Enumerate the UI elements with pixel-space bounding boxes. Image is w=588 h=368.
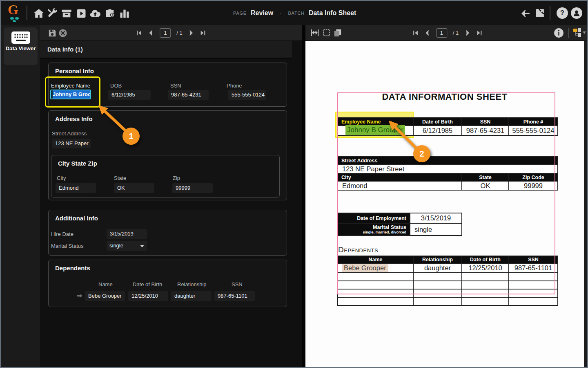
open-external-icon[interactable]	[535, 8, 545, 18]
toolbar-divider	[568, 28, 569, 38]
doc-dep-empty-cell	[338, 297, 413, 305]
first-page-icon[interactable]	[136, 30, 142, 36]
save-icon[interactable]	[48, 29, 57, 38]
marital-status-select[interactable]: single	[107, 241, 147, 251]
first-page-icon[interactable]	[412, 30, 419, 36]
form-pager: 1 / 1	[136, 25, 206, 41]
next-page-icon[interactable]	[188, 30, 194, 36]
close-icon[interactable]	[58, 29, 67, 38]
account-icon[interactable]	[571, 7, 582, 19]
panel-divider[interactable]	[302, 25, 305, 368]
doc-td-phone: 555-555-0124	[509, 126, 558, 135]
dependents-col-dob: Date of Birth	[133, 281, 162, 287]
doc-dep-empty-cell	[413, 273, 462, 281]
breadcrumb-separator: ·	[277, 10, 284, 16]
employee-name-label: Employee Name	[51, 83, 90, 89]
city-field[interactable]: Edmond	[56, 183, 96, 193]
batches-icon[interactable]	[61, 8, 72, 19]
data-viewer-panel: 1 / 1 Data Info (1) Personal Info Employ…	[40, 25, 302, 368]
keyboard-icon	[11, 31, 30, 44]
doc-th-state: State	[462, 173, 509, 181]
doc-th-employment-date: Date of Employment	[338, 213, 410, 223]
help-icon[interactable]: ?	[557, 7, 568, 19]
upload-icon[interactable]	[89, 8, 101, 19]
tools-icon[interactable]	[47, 8, 58, 19]
doc-dep-empty-cell	[509, 281, 558, 289]
doc-dep-empty-cell	[509, 297, 558, 305]
doc-dep-td-relationship: daughter	[413, 263, 462, 273]
doc-th-marital-status: Marital Status single, married, divorced	[338, 223, 410, 236]
doc-dep-empty-cell	[413, 281, 462, 289]
stats-icon[interactable]	[119, 8, 130, 19]
marital-status-label: Marital Status	[51, 243, 83, 249]
doc-th-employee-name: Employee Name	[338, 118, 413, 126]
batch-value: Data Info Sheet	[309, 9, 356, 17]
last-page-icon[interactable]	[476, 30, 482, 36]
viewer-scrollbar[interactable]	[584, 41, 588, 368]
page-number-input[interactable]: 1	[436, 28, 447, 38]
home-icon[interactable]	[33, 8, 45, 19]
doc-dep-empty-cell	[462, 273, 509, 281]
dependent-name-field[interactable]: Bebe Grooper	[85, 291, 125, 301]
doc-marital-options: single, married, divorced	[338, 230, 406, 234]
phone-field[interactable]: 555-555-0124	[228, 90, 266, 100]
doc-td-state: OK	[462, 181, 509, 190]
topbar-divider	[27, 6, 27, 20]
street-address-field[interactable]: 123 NE Paper	[52, 139, 91, 148]
dependents-col-relationship: Relationship	[177, 281, 207, 287]
dependent-dob-field[interactable]: 12/25/2010	[128, 291, 168, 301]
previous-page-icon[interactable]	[424, 30, 430, 36]
ssn-field[interactable]: 987-65-4231	[168, 90, 209, 100]
employee-name-field[interactable]: Johnny B Grooper	[50, 90, 91, 99]
doc-th-ssn: SSN	[462, 118, 509, 126]
section-title: Dependents	[55, 265, 90, 272]
grooper-logo[interactable]: G	[8, 2, 24, 24]
doc-dep-empty-cell	[413, 289, 462, 297]
batch-label: BATCH	[288, 11, 304, 16]
ocr-selection-green: Johnny B Grooper	[345, 125, 405, 135]
fit-width-icon[interactable]	[310, 28, 319, 37]
page-label: PAGE	[233, 11, 247, 16]
marquee-icon[interactable]	[322, 28, 331, 37]
topbar-divider	[550, 6, 550, 20]
hire-date-field[interactable]: 3/15/2019	[107, 229, 147, 239]
document-page[interactable]: DATA INFORMATION SHEET Employee Name Dat…	[305, 41, 584, 368]
section-title: Address Info	[55, 115, 93, 122]
tree-dropdown-icon[interactable]	[572, 28, 586, 38]
doc-dependents-heading: Dependents	[338, 245, 378, 254]
grooper-review-window: G PAGE Review · BAT	[0, 0, 588, 368]
section-title: Personal Info	[55, 67, 94, 74]
doc-dep-empty-cell	[338, 281, 413, 289]
viewer-toolbar: 1 / 1	[305, 25, 588, 41]
doc-dep-td-name: Bebe Grooper	[338, 263, 413, 273]
doc-th-zip: Zip Code	[509, 173, 558, 181]
dependent-relationship-field[interactable]: daughter	[171, 291, 212, 301]
doc-dep-empty-cell	[509, 289, 558, 297]
previous-page-icon[interactable]	[148, 30, 154, 36]
page-number-input[interactable]: 1	[160, 28, 171, 38]
dob-label: DOB	[110, 83, 122, 89]
dependent-ssn-field[interactable]: 987-65-1101	[214, 291, 255, 301]
last-page-icon[interactable]	[200, 30, 206, 36]
viewer-pager: 1 / 1	[412, 25, 482, 41]
doc-dep-empty-cell	[338, 289, 413, 297]
next-page-icon[interactable]	[464, 30, 470, 36]
tasks-icon[interactable]	[76, 8, 87, 19]
sidebar-item-data-viewer[interactable]: Data Viewer	[4, 27, 38, 65]
row-selector-icon[interactable]	[77, 294, 82, 298]
page-value: Review	[251, 9, 273, 17]
zip-field[interactable]: 99999	[172, 183, 213, 193]
ocr-lasso-highlight: Bebe Grooper	[342, 264, 388, 272]
doc-title: DATA INFORMATION SHEET	[305, 92, 584, 102]
back-icon[interactable]	[520, 8, 531, 19]
pages-icon[interactable]	[333, 28, 342, 37]
document-type-header[interactable]: Data Info (1)	[40, 41, 292, 58]
doc-td-marital-status: single	[410, 223, 462, 236]
info-icon[interactable]	[554, 28, 564, 38]
section-city-state-zip: City State Zip City Edmond State OK Zip …	[51, 155, 280, 197]
state-field[interactable]: OK	[114, 183, 154, 193]
doc-th-phone: Phone #	[509, 118, 558, 126]
dob-field[interactable]: 6/12/1985	[108, 90, 151, 100]
jobs-icon[interactable]	[104, 8, 116, 19]
phone-label: Phone	[227, 83, 242, 89]
